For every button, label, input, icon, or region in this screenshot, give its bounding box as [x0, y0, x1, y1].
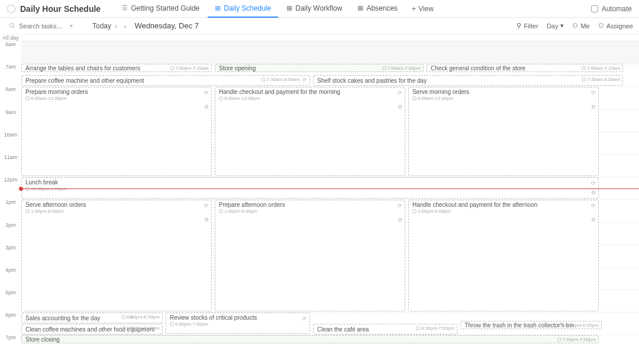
search-box[interactable]: ▾ — [6, 21, 83, 31]
clock-icon — [416, 326, 420, 330]
tab-label: Daily Workflow — [295, 4, 342, 12]
tab-absences[interactable]: ▦Absences — [350, 0, 405, 18]
calendar-icon: ▦ — [215, 4, 221, 12]
recurring-icon: ⟳ — [302, 316, 307, 321]
recurring-icon: ⟳ — [591, 90, 596, 96]
filter-button[interactable]: ⚲Filter — [517, 22, 538, 30]
chevron-down-icon: ▾ — [560, 22, 564, 30]
recurring-icon: ⟳ — [204, 203, 209, 209]
recurring-icon: ⟳ — [591, 180, 596, 186]
event-handle-checkout-afternoon[interactable]: Handle checkout and payment for the afte… — [408, 200, 599, 311]
automate-label: Automate — [602, 5, 632, 13]
day-label: Day — [547, 22, 559, 30]
event-arrange-tables[interactable]: Arrange the tables and chairs for custom… — [21, 64, 212, 72]
settings-icon: ⚙ — [591, 217, 596, 223]
event-prepare-morning-orders[interactable]: Prepare morning orders 8:00am-12:00pm ⟳ … — [21, 87, 212, 176]
event-title: Prepare morning orders — [25, 89, 208, 95]
settings-icon: ⚙ — [398, 217, 402, 223]
right-controls: ⚲Filter Day▾ ⚇Me ⚇Assignee — [517, 22, 633, 30]
event-prepare-coffee-machine[interactable]: Prepare coffee machine and other equipme… — [21, 75, 310, 86]
plus-icon: + — [412, 5, 416, 13]
event-title: Handle checkout and payment for the afte… — [412, 202, 595, 208]
event-title: Store closing — [25, 336, 595, 343]
event-check-condition[interactable]: Check general condition of the store 7:0… — [427, 64, 623, 72]
me-filter-button[interactable]: ⚇Me — [572, 22, 589, 30]
tab-label: Getting Started Guide — [131, 4, 199, 12]
all-day-label: All day — [0, 34, 21, 41]
add-view-button[interactable]: +View — [406, 0, 440, 18]
hour-label: 8am — [0, 86, 21, 109]
event-time: 7:00am-7:00pm — [382, 66, 421, 71]
event-title: Shelf stock cakes and pastries for the d… — [317, 77, 619, 84]
event-time: 6:50pm-6:55pm — [560, 323, 599, 328]
clock-icon — [412, 209, 417, 213]
day-dropdown[interactable]: Day▾ — [547, 22, 564, 30]
hour-label: 9am — [0, 109, 21, 132]
current-date: Wednesday, Dec 7 — [134, 21, 199, 30]
clock-icon — [219, 96, 223, 100]
clock-icon — [170, 322, 174, 326]
today-button[interactable]: Today — [92, 22, 111, 30]
recurring-icon: ⟳ — [591, 203, 596, 209]
all-day-row: All day — [0, 34, 639, 41]
clock-icon — [560, 323, 564, 327]
event-time: 7:00am-7:20am — [170, 66, 209, 71]
tab-daily-workflow[interactable]: ▦Daily Workflow — [279, 0, 349, 18]
event-handle-checkout-morning[interactable]: Handle checkout and payment for the morn… — [215, 87, 405, 176]
event-clean-coffee-machines[interactable]: Clean coffee machines and other food equ… — [21, 324, 163, 334]
automate-button[interactable]: Automate — [591, 5, 632, 13]
event-time: 8:00am-12:00pm — [219, 96, 401, 101]
event-store-opening[interactable]: Store opening 7:00am-7:00pm — [215, 64, 424, 72]
assignee-label: Assignee — [606, 22, 633, 30]
event-store-closing[interactable]: Store closing 7:00pm-7:00pm — [21, 335, 599, 343]
event-time: 7:30am-8:00am — [262, 77, 300, 82]
event-clean-cafe-area[interactable]: Clean the café area 6:30pm-7:00pm — [313, 324, 457, 334]
event-title: Review stocks of critical products — [170, 314, 306, 321]
assignee-filter-button[interactable]: ⚇Assignee — [598, 22, 633, 30]
clock-icon — [262, 77, 266, 82]
search-input[interactable] — [19, 22, 66, 30]
event-time: 6:30pm-7:00pm — [416, 326, 454, 331]
next-day-button[interactable]: › — [124, 22, 127, 30]
svg-point-0 — [9, 23, 13, 27]
recurring-icon: ⟳ — [204, 90, 209, 96]
clock-icon — [121, 315, 125, 319]
all-day-body[interactable] — [21, 34, 639, 41]
calendar-icon: ▦ — [286, 4, 292, 12]
settings-icon: ⚙ — [591, 190, 596, 196]
person-icon: ⚇ — [572, 22, 578, 30]
event-time: 8:00am-12:00pm — [412, 96, 595, 101]
event-shelf-stock[interactable]: Shelf stock cakes and pastries for the d… — [313, 75, 623, 86]
event-time: 6:00pm-7:00pm — [170, 321, 306, 327]
event-serve-morning-orders[interactable]: Serve morning orders 8:00am-12:00pm ⟳ ⚙ — [408, 87, 599, 176]
event-title: Serve afternoon orders — [25, 202, 208, 208]
event-sales-accounting[interactable]: Sales accounting for the day ⟳ 6:00pm-6:… — [21, 313, 163, 323]
hour-label: 7pm — [0, 334, 21, 357]
hour-label: 12pm — [0, 177, 21, 199]
event-time: 7:00am-7:20am — [582, 66, 620, 71]
hour-label: 6pm — [0, 312, 21, 334]
event-throw-trash[interactable]: Throw the trash in the trash collector's… — [460, 321, 602, 329]
settings-icon: ⚙ — [398, 104, 402, 110]
event-time: 6:30pm-7:00pm — [121, 326, 160, 331]
event-prepare-afternoon-orders[interactable]: Prepare afternoon orders 1:00pm-6:00pm ⟳… — [215, 200, 405, 311]
events-layer: Arrange the tables and chairs for custom… — [21, 41, 635, 358]
event-time: 6:00pm-6:30pm — [121, 314, 160, 320]
tab-daily-schedule[interactable]: ▦Daily Schedule — [208, 0, 278, 18]
event-time: 7:30am-8:00am — [582, 77, 620, 82]
event-title: Prepare afternoon orders — [219, 202, 401, 208]
people-icon: ⚇ — [598, 22, 604, 30]
event-lunch-break[interactable]: Lunch break 12:00pm-1:00pm ⟳ ⚙ — [21, 177, 599, 199]
hour-label: 2pm — [0, 222, 21, 245]
search-icon — [9, 22, 15, 29]
tab-getting-started[interactable]: ☰Getting Started Guide — [115, 0, 206, 18]
top-bar: Daily Hour Schedule ☰Getting Started Gui… — [0, 0, 639, 18]
calendar: All day 6am 7am 8am 9am 10am 11am 12pm 1… — [0, 34, 639, 358]
chevron-down-icon[interactable]: ▾ — [70, 22, 73, 29]
clock-icon — [170, 66, 175, 70]
event-review-stocks[interactable]: Review stocks of critical products 6:00p… — [166, 313, 310, 334]
app-logo-icon — [7, 5, 15, 13]
event-serve-afternoon-orders[interactable]: Serve afternoon orders 1:00pm-6:00pm ⟳ ⚙ — [21, 200, 212, 311]
prev-day-button[interactable]: ‹ — [115, 22, 117, 30]
svg-line-1 — [13, 27, 14, 28]
